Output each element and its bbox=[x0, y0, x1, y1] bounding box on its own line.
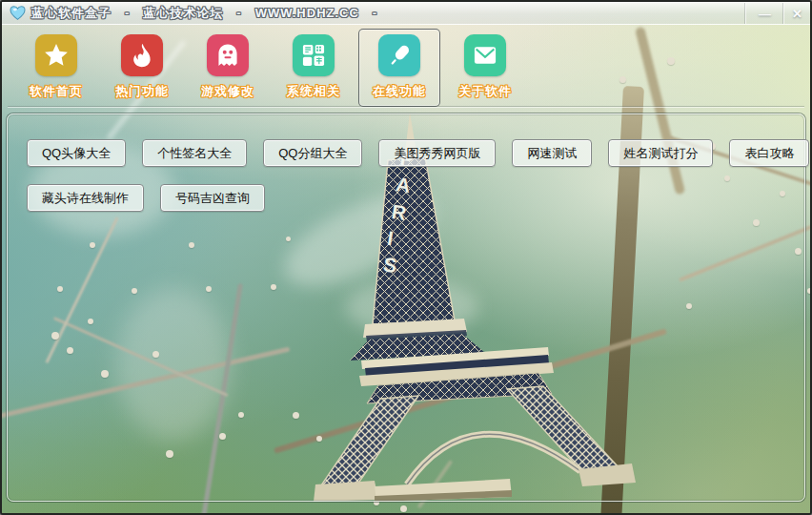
toolbar: 软件首页 热门功能 游戏修改 bbox=[2, 29, 810, 107]
content-panel: QQ头像大全 个性签名大全 QQ分组大全 美图秀秀网页版 网速测试 姓名测试打分… bbox=[7, 113, 805, 502]
close-button[interactable]: ✕ bbox=[783, 3, 810, 24]
titlebar: 蓝心软件盒子 - 蓝心技术论坛 - WWW.HDHZ.CC - — ✕ bbox=[2, 2, 810, 25]
shortcut-button[interactable]: 美图秀秀网页版 bbox=[378, 139, 496, 167]
minimize-icon: — bbox=[759, 7, 771, 21]
toolbar-item-hot-functions[interactable]: 热门功能 bbox=[101, 29, 183, 107]
shortcut-button[interactable]: 个性签名大全 bbox=[142, 139, 247, 167]
close-icon: ✕ bbox=[792, 7, 802, 21]
window-title: 蓝心软件盒子 - 蓝心技术论坛 - WWW.HDHZ.CC - bbox=[31, 5, 377, 22]
toolbar-item-label: 关于软件 bbox=[458, 83, 512, 100]
minimize-button[interactable]: — bbox=[745, 3, 783, 24]
toolbar-item-label: 热门功能 bbox=[115, 83, 169, 100]
toolbar-item-label: 软件首页 bbox=[30, 83, 83, 100]
shortcut-button[interactable]: QQ头像大全 bbox=[27, 139, 126, 167]
ghost-icon bbox=[207, 34, 249, 76]
flame-icon bbox=[121, 34, 163, 76]
toolbar-item-game-mods[interactable]: 游戏修改 bbox=[187, 29, 269, 107]
shortcut-button[interactable]: 藏头诗在线制作 bbox=[27, 184, 144, 212]
shortcut-button[interactable]: 姓名测试打分 bbox=[608, 139, 713, 167]
app-window: PARIS 蓝心软件盒子 - 蓝心技术论坛 - WWW.HDHZ.CC - — … bbox=[0, 0, 812, 515]
toolbar-item-label: 游戏修改 bbox=[201, 83, 254, 100]
shortcut-button[interactable]: 网速测试 bbox=[512, 139, 592, 167]
toolbar-item-label: 系统相关 bbox=[287, 83, 340, 100]
toolbar-item-online-functions[interactable]: 在线功能 bbox=[358, 29, 440, 107]
shortcut-button[interactable]: 号码吉凶查询 bbox=[160, 184, 265, 212]
popsicle-icon bbox=[378, 34, 420, 76]
toolbar-separator bbox=[8, 107, 804, 108]
bud bbox=[807, 288, 810, 294]
toolbar-item-about-software[interactable]: 关于软件 bbox=[444, 29, 526, 107]
shortcut-row-2: 藏头诗在线制作 号码吉凶查询 bbox=[27, 184, 785, 212]
star-icon bbox=[35, 34, 77, 76]
shortcut-button[interactable]: QQ分组大全 bbox=[263, 139, 362, 167]
toolbar-item-software-home[interactable]: 软件首页 bbox=[15, 29, 97, 107]
envelope-icon bbox=[464, 34, 506, 76]
widgets-icon bbox=[293, 34, 335, 76]
window-controls: — ✕ bbox=[745, 3, 810, 24]
heart-logo-icon bbox=[10, 6, 26, 20]
shortcut-row-1: QQ头像大全 个性签名大全 QQ分组大全 美图秀秀网页版 网速测试 姓名测试打分… bbox=[27, 139, 785, 167]
toolbar-item-system-related[interactable]: 系统相关 bbox=[273, 29, 355, 107]
toolbar-item-label: 在线功能 bbox=[373, 83, 426, 100]
bud bbox=[400, 505, 407, 512]
shortcut-button[interactable]: 表白攻略 bbox=[729, 139, 809, 167]
